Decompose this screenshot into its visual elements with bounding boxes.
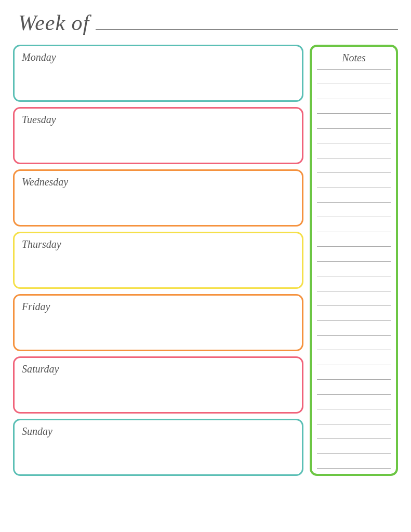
notes-line xyxy=(317,379,391,380)
friday-label: Friday xyxy=(22,301,50,312)
monday-box[interactable]: Monday xyxy=(13,45,303,102)
days-column: Monday Tuesday Wednesday Thursday Friday… xyxy=(13,45,303,476)
notes-line xyxy=(317,172,391,173)
thursday-box[interactable]: Thursday xyxy=(13,232,303,289)
notes-line xyxy=(317,305,391,306)
thursday-label: Thursday xyxy=(22,238,61,250)
notes-line xyxy=(317,468,391,469)
notes-lines xyxy=(317,69,391,469)
notes-line xyxy=(317,232,391,232)
main-layout: Monday Tuesday Wednesday Thursday Friday… xyxy=(13,45,398,476)
notes-line xyxy=(317,291,391,291)
notes-line xyxy=(317,84,391,84)
notes-line xyxy=(317,188,391,188)
notes-line xyxy=(317,453,391,454)
notes-line xyxy=(317,335,391,336)
notes-line xyxy=(317,69,391,70)
saturday-box[interactable]: Saturday xyxy=(13,356,303,414)
notes-line xyxy=(317,409,391,409)
week-of-line[interactable] xyxy=(96,29,398,30)
notes-line xyxy=(317,158,391,158)
notes-title: Notes xyxy=(317,52,391,64)
notes-line xyxy=(317,246,391,247)
notes-line xyxy=(317,99,391,99)
notes-line xyxy=(317,217,391,217)
notes-line xyxy=(317,128,391,129)
notes-line xyxy=(317,394,391,395)
tuesday-box[interactable]: Tuesday xyxy=(13,107,303,164)
notes-line xyxy=(317,202,391,203)
week-of-title: Week of xyxy=(18,10,89,35)
sunday-label: Sunday xyxy=(22,425,52,437)
notes-line xyxy=(317,424,391,424)
saturday-label: Saturday xyxy=(22,363,59,375)
monday-label: Monday xyxy=(22,51,56,63)
wednesday-box[interactable]: Wednesday xyxy=(13,169,303,227)
notes-line xyxy=(317,276,391,276)
wednesday-label: Wednesday xyxy=(22,176,68,188)
notes-line xyxy=(317,113,391,114)
friday-box[interactable]: Friday xyxy=(13,294,303,351)
page-container: Week of Monday Tuesday Wednesday Thursda… xyxy=(13,10,398,476)
notes-line xyxy=(317,320,391,321)
header: Week of xyxy=(13,10,398,35)
notes-line xyxy=(317,438,391,439)
notes-column[interactable]: Notes xyxy=(310,45,398,476)
sunday-box[interactable]: Sunday xyxy=(13,419,303,476)
notes-line xyxy=(317,261,391,262)
notes-line xyxy=(317,365,391,365)
notes-line xyxy=(317,350,391,350)
notes-line xyxy=(317,143,391,143)
tuesday-label: Tuesday xyxy=(22,114,56,125)
